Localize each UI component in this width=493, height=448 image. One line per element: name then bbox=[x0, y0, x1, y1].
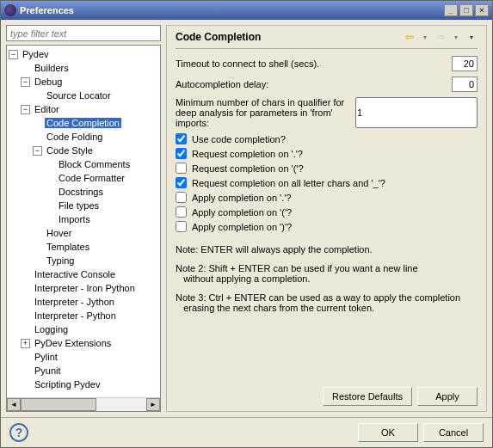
tree-imports[interactable]: Imports bbox=[57, 214, 92, 224]
ok-button[interactable]: OK bbox=[358, 423, 418, 442]
tree-scripting-pydev[interactable]: Scripting Pydev bbox=[33, 379, 102, 390]
scroll-left-icon[interactable]: ◄ bbox=[7, 398, 21, 411]
timeout-label: Timeout to connect to shell (secs). bbox=[176, 58, 452, 69]
tree-interp-jython[interactable]: Interpreter - Jython bbox=[33, 297, 116, 307]
tree-hscrollbar[interactable]: ◄ ► bbox=[7, 397, 160, 411]
cancel-button[interactable]: Cancel bbox=[423, 423, 484, 442]
back-icon[interactable]: ⇦ bbox=[404, 31, 416, 43]
check-use-completion[interactable] bbox=[176, 133, 187, 144]
page-title: Code Completion bbox=[176, 31, 400, 43]
apply-button[interactable]: Apply bbox=[417, 387, 478, 406]
check-label: Request completion on '.'? bbox=[192, 149, 303, 159]
minchars-input[interactable] bbox=[355, 97, 478, 128]
minchars-label-2: deep analysis for parameters in 'from' i… bbox=[176, 107, 355, 128]
scroll-thumb[interactable] bbox=[21, 398, 96, 411]
forward-icon[interactable]: ⇨ bbox=[434, 31, 447, 43]
tree-typing[interactable]: Typing bbox=[45, 255, 76, 266]
check-request-letters[interactable] bbox=[176, 177, 187, 188]
tree-block-comments[interactable]: Block Comments bbox=[57, 159, 132, 169]
titlebar: Preferences _ □ × bbox=[1, 1, 492, 20]
tree-file-types[interactable]: File types bbox=[57, 200, 101, 211]
tree-code-completion[interactable]: Code Completion bbox=[45, 118, 121, 128]
check-label: Apply completion on ')'? bbox=[192, 222, 292, 232]
check-request-dot[interactable] bbox=[176, 148, 187, 159]
check-label: Apply completion on '.'? bbox=[192, 193, 292, 203]
tree-pydev[interactable]: Pydev bbox=[21, 49, 51, 59]
check-apply-close-paren[interactable] bbox=[176, 221, 187, 232]
restore-defaults-button[interactable]: Restore Defaults bbox=[323, 387, 412, 406]
tree-docstrings[interactable]: Docstrings bbox=[57, 187, 105, 197]
check-label: Apply completion on '('? bbox=[192, 207, 292, 218]
eclipse-icon bbox=[4, 4, 16, 16]
tree-pydev-extensions[interactable]: PyDev Extensions bbox=[33, 338, 113, 348]
back-menu-icon[interactable]: ▼ bbox=[419, 31, 431, 43]
tree-logging[interactable]: Logging bbox=[33, 324, 70, 334]
tree-hover[interactable]: Hover bbox=[45, 228, 73, 238]
tree-editor[interactable]: Editor bbox=[33, 104, 61, 114]
check-apply-dot[interactable] bbox=[176, 192, 187, 203]
check-request-paren[interactable] bbox=[176, 163, 187, 174]
tree-interp-ironpython[interactable]: Interpreter - Iron Python bbox=[33, 283, 137, 293]
tree-debug[interactable]: Debug bbox=[33, 77, 64, 87]
tree-code-style[interactable]: Code Style bbox=[45, 145, 95, 156]
forward-menu-icon[interactable]: ▼ bbox=[450, 31, 462, 43]
tree-interactive-console[interactable]: Interactive Console bbox=[33, 269, 117, 279]
timeout-input[interactable] bbox=[452, 56, 478, 71]
tree-code-formatter[interactable]: Code Formatter bbox=[57, 173, 126, 183]
close-button[interactable]: × bbox=[475, 4, 489, 16]
check-label: Request completion on '('? bbox=[192, 163, 304, 174]
note-2: Note 2: Shift + ENTER can be used if you… bbox=[176, 263, 478, 284]
filter-input[interactable] bbox=[6, 25, 161, 41]
note-1: Note: ENTER will always apply the comple… bbox=[176, 244, 478, 255]
tree-source-locator[interactable]: Source Locator bbox=[45, 90, 113, 101]
tree-code-folding[interactable]: Code Folding bbox=[45, 132, 104, 142]
tree-templates[interactable]: Templates bbox=[45, 242, 91, 252]
scroll-right-icon[interactable]: ► bbox=[146, 398, 160, 411]
tree-builders[interactable]: Builders bbox=[33, 63, 71, 73]
tree-pyunit[interactable]: Pyunit bbox=[33, 365, 63, 376]
tree-pylint[interactable]: Pylint bbox=[33, 352, 59, 362]
tree-interp-python[interactable]: Interpreter - Python bbox=[33, 310, 118, 321]
check-label: Request completion on all letter chars a… bbox=[192, 178, 385, 188]
window-title: Preferences bbox=[20, 5, 74, 15]
check-label: Use code completion? bbox=[192, 134, 286, 144]
delay-label: Autocompletion delay: bbox=[176, 79, 452, 89]
check-apply-open-paren[interactable] bbox=[176, 206, 187, 218]
maximize-button[interactable]: □ bbox=[459, 4, 473, 16]
minchars-label-1: Minimum number of chars in qualifier for bbox=[176, 97, 355, 107]
help-icon[interactable]: ? bbox=[9, 423, 28, 442]
preferences-tree[interactable]: −Pydev Builders −Debug Source Locator −E… bbox=[6, 45, 161, 412]
page-menu-icon[interactable]: ▼ bbox=[465, 31, 478, 43]
delay-input[interactable] bbox=[452, 77, 478, 92]
minimize-button[interactable]: _ bbox=[444, 4, 458, 16]
note-3: Note 3: Ctrl + ENTER can be used as a wa… bbox=[176, 292, 478, 313]
